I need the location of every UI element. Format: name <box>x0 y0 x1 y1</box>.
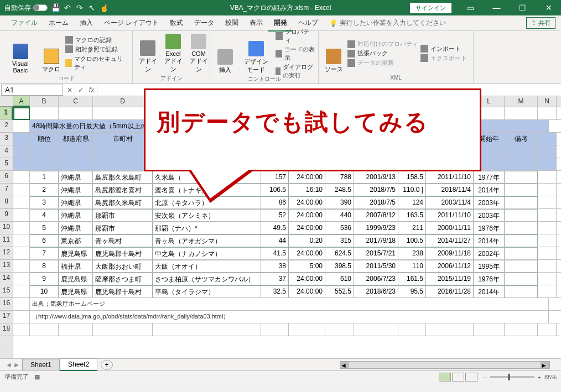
cell[interactable] <box>538 323 557 336</box>
tab-dev[interactable]: 開発 <box>268 16 293 30</box>
cell[interactable] <box>538 222 557 234</box>
cell[interactable]: 1976年 <box>474 273 505 285</box>
design-mode-button[interactable]: デザイン モード <box>239 32 273 75</box>
cell[interactable]: 110 <box>398 260 426 272</box>
cell[interactable] <box>538 158 557 170</box>
tab-nav-next-icon[interactable]: ► <box>13 361 20 369</box>
cell[interactable]: 24:00:00 <box>289 222 325 234</box>
row-header[interactable]: 9 <box>0 209 13 222</box>
minimize-button[interactable]: — <box>484 0 509 15</box>
cell[interactable] <box>505 145 538 158</box>
cell[interactable]: 大飯郡おおい町 <box>93 260 153 272</box>
cell[interactable] <box>538 145 557 158</box>
col-header[interactable]: M <box>505 96 538 107</box>
cell[interactable]: 1999/9/23 <box>354 222 398 234</box>
cell[interactable]: 2006/11/12 <box>426 260 474 272</box>
cell[interactable]: 大飯（オオイ） <box>153 260 261 272</box>
cell[interactable]: 37 <box>261 273 289 285</box>
cell[interactable]: 2009/11/18 <box>426 247 474 259</box>
col-header[interactable]: C <box>59 96 93 107</box>
cell[interactable]: 100.5 <box>398 234 426 247</box>
cell[interactable]: 95.5 <box>398 285 426 297</box>
cell[interactable]: 5:00 <box>289 260 325 272</box>
cell[interactable]: 161.5 <box>398 273 426 285</box>
cell[interactable]: 中之島（ナカノシマ） <box>153 247 261 259</box>
zoom-out-button[interactable]: – <box>483 374 486 380</box>
cell[interactable] <box>505 171 538 183</box>
cell[interactable]: 6 <box>30 234 59 247</box>
cell[interactable]: 福井県 <box>59 260 93 272</box>
cell[interactable] <box>30 158 59 170</box>
cell[interactable]: 38 <box>261 260 289 272</box>
zoom-slider[interactable] <box>490 376 534 378</box>
cell[interactable] <box>538 273 557 285</box>
row-header[interactable]: 1 <box>0 107 13 120</box>
cell[interactable] <box>538 196 557 208</box>
cell[interactable] <box>505 107 538 119</box>
cell[interactable]: 24:00:00 <box>289 273 325 285</box>
cell[interactable]: 2018/6/23 <box>354 285 398 297</box>
sheet-tab-sheet1[interactable]: Sheet1 <box>22 359 60 370</box>
cell[interactable]: 2003年 <box>474 209 505 221</box>
row-header[interactable]: 18 <box>0 323 13 336</box>
cell[interactable]: 鹿児島県 <box>59 285 93 297</box>
cell[interactable] <box>474 323 505 336</box>
name-box[interactable] <box>1 85 63 96</box>
cell[interactable] <box>426 323 474 336</box>
undo-icon[interactable]: ↶ <box>63 3 72 12</box>
autosave-toggle[interactable]: 自動保存 <box>4 3 48 13</box>
add-sheet-button[interactable]: + <box>101 360 113 370</box>
tab-data[interactable]: データ <box>189 16 220 30</box>
cell[interactable]: 鹿児島郡十島村 <box>93 247 153 259</box>
cell[interactable] <box>13 184 30 196</box>
cell[interactable]: 2 <box>30 184 59 196</box>
cell[interactable]: 440 <box>325 209 354 221</box>
row-header[interactable]: 14 <box>0 273 13 285</box>
cell[interactable]: 2006/7/23 <box>354 273 398 285</box>
cell[interactable] <box>538 107 557 119</box>
cell[interactable]: 2011/11/10 <box>426 209 474 221</box>
cell[interactable] <box>505 222 538 234</box>
cell[interactable]: 那覇市 <box>93 222 153 234</box>
cell[interactable] <box>538 247 557 259</box>
tab-review[interactable]: 校閲 <box>220 16 244 30</box>
cell[interactable] <box>59 107 93 119</box>
cell[interactable]: 398.5 <box>325 260 354 272</box>
cell[interactable]: 青ヶ島村 <box>93 234 153 247</box>
cell[interactable]: 2015/7/21 <box>354 247 398 259</box>
tab-nav-prev-icon[interactable]: ◄ <box>6 361 12 369</box>
cell[interactable] <box>13 209 30 221</box>
cell[interactable] <box>30 323 59 336</box>
redo-icon[interactable]: ↷ <box>75 3 84 12</box>
cell[interactable] <box>505 184 538 196</box>
cell[interactable]: さつま柏原（サツマカシワバル） <box>153 273 261 285</box>
save-icon[interactable]: 💾 <box>51 3 60 12</box>
cell[interactable] <box>59 158 93 170</box>
source-line[interactable]: （http://www.data.jma.go.jp/obd/stats/dat… <box>30 311 549 323</box>
fx-icon[interactable]: fx <box>86 85 97 96</box>
visual-basic-button[interactable]: Visual Basic <box>3 32 38 75</box>
tab-insert[interactable]: 挿入 <box>74 16 98 30</box>
cell[interactable]: 薩摩郡さつま町 <box>93 273 153 285</box>
cell[interactable] <box>13 145 30 158</box>
cell[interactable]: 2014/11/27 <box>426 234 474 247</box>
map-props-button[interactable]: 対応付けのプロパティ <box>347 40 418 48</box>
cell[interactable]: 24:00:00 <box>289 285 325 297</box>
cell[interactable]: 那覇市 <box>93 209 153 221</box>
cell[interactable] <box>505 285 538 297</box>
cell[interactable]: 1976年 <box>474 222 505 234</box>
macro-button[interactable]: マクロ <box>40 32 63 75</box>
col-header[interactable]: B <box>30 96 59 107</box>
cell[interactable]: 2016/11/28 <box>426 285 474 297</box>
col-header[interactable]: A <box>13 96 30 107</box>
cell[interactable]: 2017/9/18 <box>354 234 398 247</box>
cell[interactable]: 東京都 <box>59 234 93 247</box>
cell[interactable]: 32.5 <box>261 285 289 297</box>
cell[interactable] <box>325 323 354 336</box>
ctrl-insert-button[interactable]: 挿入 <box>214 32 237 75</box>
row-header[interactable]: 4 <box>0 145 13 158</box>
cell[interactable] <box>30 107 59 119</box>
cancel-fx-icon[interactable]: ✕ <box>64 85 75 96</box>
tab-layout[interactable]: ページ レイアウト <box>98 16 164 30</box>
cell[interactable] <box>505 323 538 336</box>
